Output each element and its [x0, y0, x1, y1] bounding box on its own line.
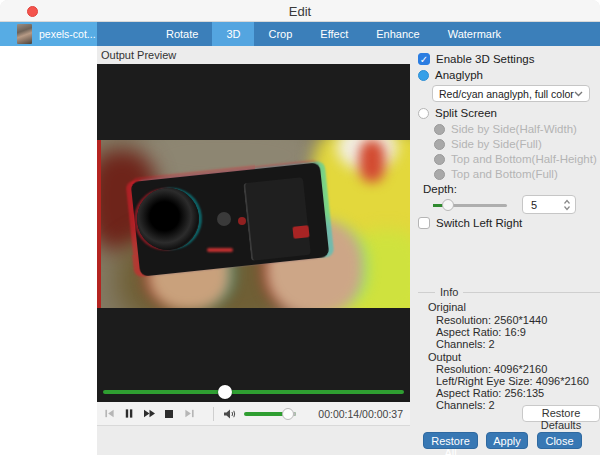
side-by-side-full-label: Side by Side(Full) [451, 138, 542, 150]
switch-left-right-checkbox[interactable] [418, 217, 430, 229]
volume-slider[interactable] [244, 412, 296, 416]
info-output-channels: Channels: 2 [436, 399, 495, 411]
depth-label-row: Depth: [423, 183, 457, 195]
tab-3d[interactable]: 3D [212, 22, 254, 46]
top-bottom-half-label: Top and Bottom(Half-Height) [451, 153, 597, 165]
video-preview-area [97, 64, 410, 402]
depth-value: 5 [527, 199, 563, 211]
split-screen-radio[interactable] [418, 108, 429, 119]
side-by-side-full-radio [434, 139, 445, 150]
pause-icon [124, 408, 134, 419]
output-preview-label: Output Preview [101, 49, 176, 61]
video-anaglyph-red-fringe [97, 140, 101, 308]
skip-to-end-icon [184, 408, 195, 419]
top-bottom-full-label: Top and Bottom(Full) [451, 168, 558, 180]
stop-icon [164, 409, 174, 419]
fast-forward-button[interactable] [139, 406, 159, 422]
split-option-row: Top and Bottom(Half-Height) [434, 153, 597, 165]
volume-button[interactable] [220, 406, 240, 422]
restore-all-button[interactable]: Restore All [423, 432, 478, 449]
info-output-resolution: Resolution: 4096*2160 [436, 363, 547, 375]
info-original-aspect: Aspect Ratio: 16:9 [436, 326, 526, 338]
transport-bar: 00:00:14/00:00:37 [97, 402, 410, 426]
enable-3d-label: Enable 3D Settings [436, 53, 534, 65]
window-title: Edit [0, 4, 600, 19]
stop-button[interactable] [159, 406, 179, 422]
clip-sidebar: pexels-cot... [0, 22, 97, 455]
transport-separator [213, 407, 214, 421]
side-by-side-half-radio [434, 124, 445, 135]
split-option-row: Side by Side(Half-Width) [434, 123, 577, 135]
tab-crop[interactable]: Crop [254, 22, 306, 46]
video-camera-dial [217, 212, 231, 226]
speaker-icon [223, 408, 237, 420]
info-original-resolution: Resolution: 2560*1440 [436, 314, 547, 326]
playback-progress-slider[interactable] [103, 390, 404, 394]
tab-watermark[interactable]: Watermark [434, 22, 515, 46]
video-red-accent [359, 140, 385, 182]
split-option-row: Top and Bottom(Full) [434, 168, 558, 180]
switch-left-right-label: Switch Left Right [436, 217, 522, 229]
info-original-heading: Original [428, 301, 466, 313]
info-output-aspect: Aspect Ratio: 256:135 [436, 387, 544, 399]
video-camera-panel [243, 177, 311, 261]
restore-defaults-button[interactable]: Restore Defaults [522, 405, 600, 422]
sidebar-item-clip[interactable]: pexels-cot... [0, 22, 97, 46]
tab-effect[interactable]: Effect [306, 22, 362, 46]
volume-slider-thumb[interactable] [282, 408, 294, 420]
edit-tab-bar: Rotate 3D Crop Effect Enhance Watermark [97, 22, 600, 46]
apply-button[interactable]: Apply [486, 432, 528, 449]
tab-rotate[interactable]: Rotate [152, 22, 212, 46]
clip-thumbnail [17, 24, 32, 44]
anaglyph-radio[interactable] [418, 70, 429, 81]
fast-forward-icon [143, 408, 156, 419]
split-screen-label: Split Screen [435, 107, 497, 119]
anaglyph-label: Anaglyph [435, 69, 483, 81]
tab-enhance[interactable]: Enhance [362, 22, 433, 46]
split-screen-row: Split Screen [418, 107, 497, 119]
settings-panel: ✓ Enable 3D Settings Anaglyph Red/cyan a… [410, 46, 600, 455]
split-option-row: Side by Side(Full) [434, 138, 542, 150]
depth-stepper[interactable]: 5 [522, 195, 576, 214]
depth-slider[interactable] [433, 204, 507, 207]
depth-slider-thumb[interactable] [442, 199, 454, 211]
enable-3d-checkbox[interactable]: ✓ [418, 53, 430, 65]
playback-time: 00:00:14/00:00:37 [318, 408, 403, 420]
top-bottom-full-radio [434, 169, 445, 180]
depth-label: Depth: [423, 183, 457, 195]
stepper-up-down-icon[interactable] [563, 199, 571, 211]
skip-to-start-button[interactable] [99, 406, 119, 422]
playback-progress-thumb[interactable] [218, 385, 232, 399]
close-button[interactable]: Close [537, 432, 582, 449]
anaglyph-mode-select[interactable]: Red/cyan anaglyph, full color [432, 85, 590, 102]
anaglyph-mode-value: Red/cyan anaglyph, full color [439, 88, 574, 100]
anaglyph-row: Anaglyph [418, 69, 483, 81]
pause-button[interactable] [119, 406, 139, 422]
enable-3d-row: ✓ Enable 3D Settings [418, 53, 534, 65]
skip-to-start-icon [104, 408, 115, 419]
info-output-eye-size: Left/Right Eye Size: 4096*2160 [436, 375, 589, 387]
top-bottom-half-radio [434, 154, 445, 165]
edit-dialog-window: Edit pexels-cot... Rotate 3D Crop Effect… [0, 0, 600, 455]
chevron-down-icon [574, 91, 583, 97]
video-frame-anaglyph-camera [97, 140, 410, 308]
switch-left-right-row: Switch Left Right [418, 217, 522, 229]
skip-to-end-button[interactable] [179, 406, 199, 422]
video-camera-red-logo [292, 225, 309, 239]
side-by-side-half-label: Side by Side(Half-Width) [451, 123, 577, 135]
title-bar: Edit [0, 0, 600, 22]
video-camera-red-text [207, 248, 233, 252]
info-original-channels: Channels: 2 [436, 338, 495, 350]
info-output-heading: Output [428, 351, 461, 363]
info-group-title: Info [435, 286, 463, 298]
clip-name: pexels-cot... [39, 28, 96, 40]
